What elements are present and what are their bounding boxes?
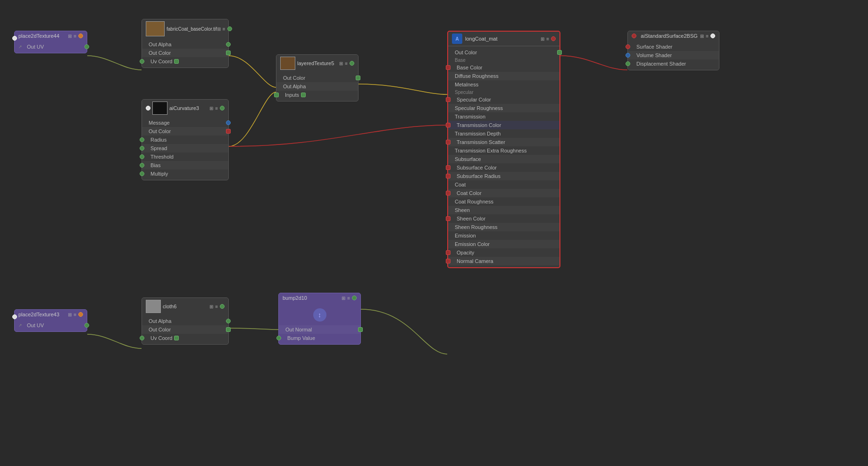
node-fabricCoat[interactable]: fabricCoat_baseColor.tif ⊞ ≡ Out Alpha O… [142,19,229,68]
port-bump-right[interactable] [352,296,357,300]
node-aiCurvature3[interactable]: aiCurvature3 ⊞ ≡ Message Out Color Radiu… [142,99,229,180]
icon-bookmark-bump: ⊞ [342,296,345,301]
node-place2dTexture44-body: ↗ Out UV [15,41,87,53]
port-uvcoord-fabric-sq[interactable] [174,59,179,64]
port-curv-top[interactable] [146,106,150,110]
port-bumpvalue[interactable] [276,336,281,340]
port-fabric-right[interactable] [227,26,232,31]
bump-icon: ↕ [313,308,326,322]
node-row-subsurface: Subsurface [448,155,559,163]
port-outcolor-curv[interactable] [226,129,231,134]
port-outalpha-cloth[interactable] [226,319,231,323]
node-longcoat-icons: ⊞ ≡ [541,36,556,42]
port-outcolor-longcoat[interactable] [557,50,562,55]
port-normal-camera[interactable] [446,259,451,263]
port-inputs-layered-sq[interactable] [301,93,306,97]
port-coat-color[interactable] [446,191,451,195]
node-bsg-header: aiStandardSurface2BSG ⊞ ≡ [628,31,719,41]
port-subsurface-radius[interactable] [446,174,451,178]
port-transmission-scatter[interactable] [446,140,451,144]
node-row-uvcoord-cloth: Uv Coord [142,334,228,342]
port-uvcoord-cloth-sq[interactable] [174,336,179,340]
port-curv-right[interactable] [220,106,225,110]
node-place2dTexture44-header: place2dTexture44 ⊞ ≡ [15,31,87,41]
port-sheen-color[interactable] [446,216,451,221]
node-bump2d10-header: bump2d10 ⊞ ≡ [279,293,360,303]
port-outcolor-cloth[interactable] [226,327,231,332]
node-longcoat-title: longCoat_mat [465,36,498,42]
node-row-coat-color: Coat Color [448,189,559,197]
node-layered-title: layeredTexture5 [297,60,334,66]
node-layeredTexture5-header: layeredTexture5 ⊞ ≡ [276,55,358,72]
port-multiply[interactable] [140,171,144,176]
node-aiStandardSurface2BSG[interactable]: aiStandardSurface2BSG ⊞ ≡ Surface Shader… [627,31,719,70]
node-row-bump-icon: ↕ [279,305,360,325]
node-bump2d10[interactable]: bump2d10 ⊞ ≡ ↕ Out Normal Bump Value [278,293,361,345]
node-longCoat-header: A longCoat_mat ⊞ ≡ [448,32,559,46]
node-bump2d10-body: ↕ Out Normal Bump Value [279,303,360,344]
node-row-outalpha-fabric: Out Alpha [142,40,228,49]
node-row-specular-color: Specular Color [448,95,559,104]
port-outcolor-layered[interactable] [356,76,360,80]
node-layered-icons: ⊞ ≡ [339,61,354,66]
port-threshold[interactable] [140,154,144,159]
port-cloth6-right[interactable] [220,304,225,309]
port-outuv44[interactable] [84,44,89,49]
node-row-threshold: Threshold [142,153,228,161]
port-opacity[interactable] [446,250,451,255]
node-place2dTexture43[interactable]: place2dTexture43 ⊞ ≡ ↗ Out UV [14,309,87,332]
node-place2dTexture43-title: place2dTexture43 [18,312,59,317]
port-bsg-right[interactable] [710,34,715,38]
node-row-sheen-rough: Sheen Roughness [448,223,559,231]
node-cloth6[interactable]: cloth6 ⊞ ≡ Out Alpha Out Color Uv Coord [142,297,229,345]
node-curv-title-area: aiCurvature3 [146,102,199,115]
port-outuv43[interactable] [84,323,89,328]
node-longCoat-mat[interactable]: A longCoat_mat ⊞ ≡ Out Color Base Base C… [447,31,560,268]
node-layeredTexture5[interactable]: layeredTexture5 ⊞ ≡ Out Color Out Alpha … [276,54,359,102]
port-outcolor-fabric[interactable] [226,51,231,55]
node-place2dTexture44[interactable]: place2dTexture44 ⊞ ≡ ↗ Out UV [14,31,87,53]
port-p2d43-right[interactable] [78,312,83,317]
port-specular-color[interactable] [446,97,451,102]
port-subsurface-color[interactable] [446,165,451,170]
port-transmission-color[interactable] [446,123,451,127]
port-outalpha-fabric[interactable] [226,42,231,47]
port-longcoat-right-header[interactable] [551,36,556,41]
port-place2dTexture44-out[interactable] [12,36,17,41]
icon-bookmark-cloth6: ⊞ [209,304,213,309]
port-radius[interactable] [140,137,144,142]
node-cloth6-body: Out Alpha Out Color Uv Coord [142,315,228,344]
node-row-transmission: Transmission [448,112,559,121]
node-row-bumpvalue: Bump Value [279,334,360,342]
node-fabricCoat-header: fabricCoat_baseColor.tif ⊞ ≡ [142,19,228,38]
icon-bookmark: ⊞ [68,34,72,39]
node-cloth6-header: cloth6 ⊞ ≡ [142,298,228,315]
port-inputs-layered[interactable] [274,93,279,97]
icon-uv43: ↗ [18,323,22,328]
port-message[interactable] [226,120,231,125]
port-bias[interactable] [140,163,144,168]
port-basecolor[interactable] [446,65,451,70]
node-graph-canvas: place2dTexture44 ⊞ ≡ ↗ Out UV fabricCoat… [0,0,868,466]
connections-layer [0,0,868,466]
node-layeredTexture5-body: Out Color Out Alpha Inputs [276,72,358,101]
port-surface-shader[interactable] [626,44,630,49]
node-layered-thumbnail [280,57,295,70]
port-volume-shader[interactable] [626,53,630,58]
port-outnormal[interactable] [358,327,363,332]
node-row-subsurface-radius: Subsurface Radius [448,172,559,180]
node-row-transmission-color: Transmission Color [448,121,559,129]
port-spread[interactable] [140,146,144,151]
port-layered-right[interactable] [350,61,354,66]
port-uvcoord-fabric[interactable] [140,59,144,64]
port-uvcoord-cloth[interactable] [140,336,144,340]
port-bsg-left[interactable] [632,34,636,38]
node-p2d43-icons: ⊞ ≡ [68,312,83,317]
node-bump2d10-icons: ⊞ ≡ [342,296,357,301]
port-p2d44-right[interactable] [78,34,83,38]
icon-list-curv: ≡ [215,106,218,111]
port-displacement-shader[interactable] [626,61,630,66]
port-p2d43-left[interactable] [12,314,17,319]
node-fabricCoat-title: fabricCoat_baseColor.tif [167,26,217,32]
node-longcoat-body: Out Color Base Base Color Diffuse Roughn… [448,46,559,267]
